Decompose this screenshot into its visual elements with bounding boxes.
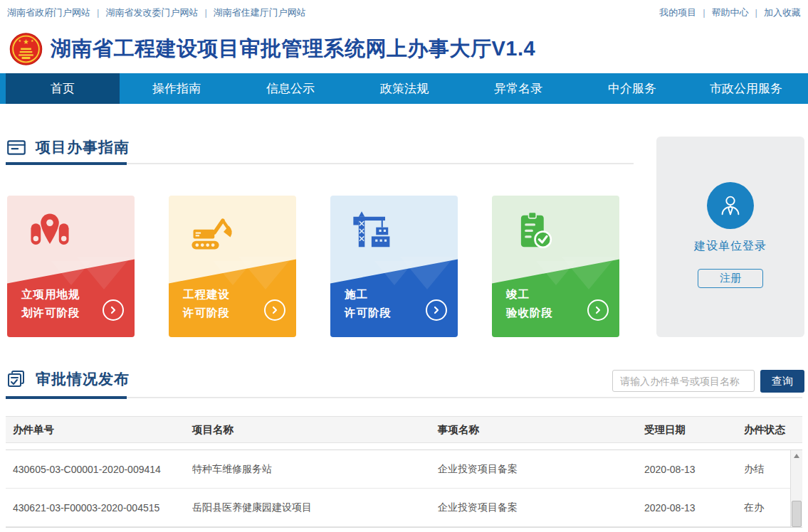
cell-item-name: 企业投资项目备案: [438, 501, 644, 514]
cell-status: 在办: [744, 501, 790, 514]
table-header-row: 办件单号 项目名称 事项名称 受理日期 办件状态: [6, 416, 802, 443]
header-item-name: 事项名称: [438, 423, 644, 437]
table-row[interactable]: 430605-03-C00001-2020-009414 特种车维修服务站 企业…: [6, 450, 790, 489]
link-housing-portal[interactable]: 湖南省住建厅门户网站: [214, 6, 306, 19]
table-row[interactable]: 430621-03-F00003-2020-004515 岳阳县医养健康园建设项…: [6, 489, 790, 527]
card-work-permit-stage[interactable]: 施工 许可阶段: [330, 196, 458, 337]
nav-item-home[interactable]: 首页: [6, 73, 120, 104]
nav-item-public-info[interactable]: 信息公示: [234, 73, 347, 104]
primary-nav: 首页 操作指南 信息公示 政策法规 异常名录 中介服务 市政公用服务: [0, 73, 808, 104]
map-pin-icon: [26, 208, 74, 256]
portal-links: 湖南省政府门户网站 湖南省发改委门户网站 湖南省住建厅门户网站: [7, 6, 306, 19]
card-construction-permit-stage[interactable]: 工程建设 许可阶段: [169, 196, 296, 337]
nav-item-abnormal-list[interactable]: 异常名录: [461, 73, 575, 104]
svg-text:★: ★: [31, 38, 34, 43]
tower-crane-icon: [349, 208, 397, 256]
query-button[interactable]: 查询: [760, 370, 804, 393]
register-button[interactable]: 注册: [698, 269, 763, 288]
link-ndrc-portal[interactable]: 湖南省发改委门户网站: [105, 6, 213, 19]
user-links: 我的项目 帮助中心 加入收藏: [659, 6, 801, 19]
link-add-favorite[interactable]: 加入收藏: [764, 6, 801, 19]
arrow-circle-icon: [426, 299, 447, 321]
card-title: 竣工 验收阶段: [506, 285, 553, 322]
top-utility-bar: 湖南省政府门户网站 湖南省发改委门户网站 湖南省住建厅门户网站 我的项目 帮助中…: [0, 0, 808, 25]
header-status: 办件状态: [744, 423, 802, 437]
arrow-circle-icon: [264, 299, 285, 321]
page: 湖南省政府门户网站 湖南省发改委门户网站 湖南省住建厅门户网站 我的项目 帮助中…: [0, 0, 808, 532]
page-title: 湖南省工程建设项目审批管理系统网上办事大厅V1.4: [51, 35, 535, 63]
table-scrollbar[interactable]: [790, 450, 802, 527]
link-gov-portal[interactable]: 湖南省政府门户网站: [7, 6, 105, 19]
search-input[interactable]: [612, 370, 755, 392]
construction-unit-login-button[interactable]: [707, 182, 754, 229]
national-emblem-logo: ★ ★ ★: [9, 31, 43, 67]
header-project-name: 项目名称: [192, 423, 438, 437]
nav-item-policies[interactable]: 政策法规: [347, 73, 461, 104]
card-title: 工程建设 许可阶段: [183, 285, 230, 322]
person-icon: [717, 192, 744, 219]
guide-section-divider: [6, 163, 634, 164]
arrow-circle-icon: [587, 299, 609, 321]
login-label: 建设单位登录: [656, 239, 804, 254]
scrollbar-thumb[interactable]: [792, 501, 802, 527]
card-title: 施工 许可阶段: [345, 285, 392, 322]
guide-section-header: 项目办事指南: [6, 137, 130, 158]
cell-order-number: 430605-03-C00001-2020-009414: [13, 464, 192, 475]
header-order-number: 办件单号: [13, 423, 192, 437]
clipboard-check-icon: [510, 208, 559, 256]
header-accept-date: 受理日期: [644, 423, 744, 437]
site-header: ★ ★ ★ 湖南省工程建设项目审批管理系统网上办事大厅V1.4: [0, 25, 808, 73]
link-my-projects[interactable]: 我的项目: [659, 6, 711, 19]
guide-section-icon: [6, 137, 27, 158]
link-help-center[interactable]: 帮助中心: [712, 6, 764, 19]
excavator-icon: [187, 208, 236, 256]
login-panel: 建设单位登录 注册: [656, 137, 804, 337]
cell-accept-date: 2020-08-13: [644, 464, 744, 475]
table-body: 430605-03-C00001-2020-009414 特种车维修服务站 企业…: [6, 449, 802, 528]
card-completion-acceptance-stage[interactable]: 竣工 验收阶段: [492, 196, 619, 337]
svg-text:★: ★: [23, 38, 29, 46]
cell-item-name: 企业投资项目备案: [438, 463, 644, 476]
card-title: 立项用地规 划许可阶段: [21, 285, 80, 322]
approval-section-header: 审批情况发布: [6, 368, 130, 390]
arrow-circle-icon: [103, 299, 124, 321]
nav-item-municipal-services[interactable]: 市政公用服务: [689, 73, 803, 104]
nav-item-agency-services[interactable]: 中介服务: [575, 73, 689, 104]
cell-project-name: 岳阳县医养健康园建设项目: [192, 501, 438, 514]
guide-section-title: 项目办事指南: [36, 137, 130, 157]
nav-item-operation-guide[interactable]: 操作指南: [120, 73, 234, 104]
scrollbar-up-arrow-icon[interactable]: [791, 450, 802, 462]
approval-section-divider: [6, 397, 802, 398]
approval-section-icon: [6, 368, 27, 390]
cell-order-number: 430621-03-F00003-2020-004515: [13, 502, 192, 514]
cell-project-name: 特种车维修服务站: [192, 463, 438, 476]
svg-text:★: ★: [18, 38, 21, 43]
approval-section-title: 审批情况发布: [36, 369, 130, 389]
cell-status: 办结: [744, 463, 790, 476]
cell-accept-date: 2020-08-13: [644, 502, 744, 514]
card-project-land-planning-stage[interactable]: 立项用地规 划许可阶段: [7, 196, 135, 337]
